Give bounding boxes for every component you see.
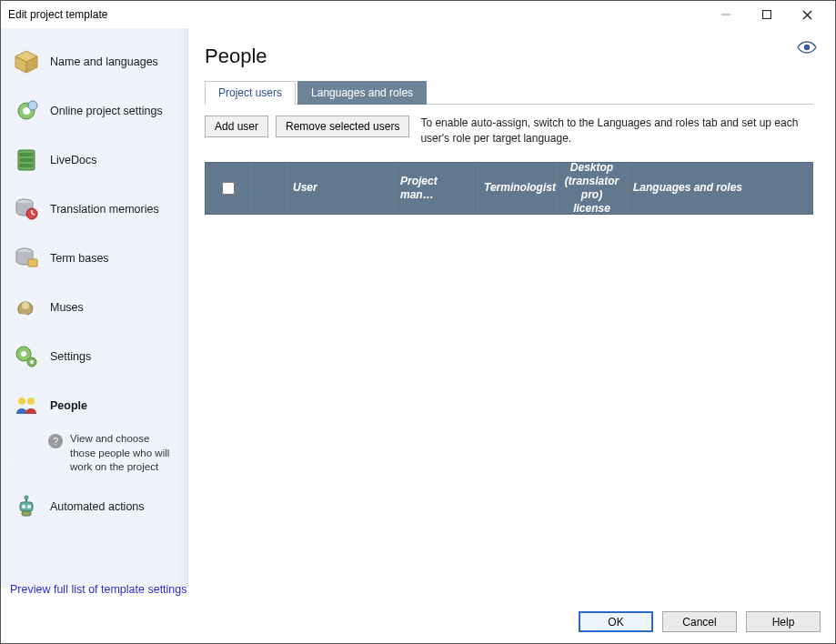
- preview-template-settings-link[interactable]: Preview full list of template settings: [10, 583, 187, 596]
- svg-line-17: [32, 214, 35, 215]
- minimize-button[interactable]: [705, 2, 746, 27]
- sidebar-item-term-bases[interactable]: Term bases: [1, 234, 187, 283]
- column-header-user[interactable]: User: [287, 163, 395, 214]
- tab-bar: Project users Languages and roles: [205, 81, 813, 105]
- auto-assign-hint: To enable auto-assign, switch to the Lan…: [417, 116, 813, 147]
- svg-point-26: [27, 397, 35, 405]
- svg-point-31: [25, 496, 28, 499]
- window-title: Edit project template: [8, 8, 705, 21]
- sidebar-item-label: Automated actions: [50, 500, 145, 513]
- database-book-icon: [12, 244, 41, 273]
- select-all-cell: [206, 163, 251, 214]
- preview-eye-icon[interactable]: [797, 41, 817, 56]
- database-clock-icon: [12, 195, 41, 224]
- svg-rect-11: [20, 153, 33, 156]
- column-header-terminologist[interactable]: Terminologist: [478, 163, 557, 214]
- svg-point-9: [28, 101, 37, 110]
- robot-icon: [12, 492, 41, 521]
- sidebar-item-label: Online project settings: [50, 105, 163, 117]
- tab-project-users[interactable]: Project users: [205, 81, 296, 105]
- sidebar-item-label: Name and languages: [50, 55, 158, 68]
- sidebar-item-label: Settings: [50, 350, 91, 363]
- sidebar-item-label: Muses: [50, 301, 84, 314]
- sidebar-item-label: People: [50, 399, 87, 412]
- gear-cloud-icon: [12, 96, 41, 126]
- sidebar-item-label: LiveDocs: [50, 154, 96, 166]
- remove-selected-users-button[interactable]: Remove selected users: [276, 116, 409, 137]
- sidebar-item-people[interactable]: People: [1, 381, 187, 430]
- sidebar-item-online-settings[interactable]: Online project settings: [1, 86, 187, 136]
- svg-rect-19: [28, 259, 37, 267]
- add-user-button[interactable]: Add user: [205, 116, 268, 137]
- select-all-checkbox[interactable]: [222, 182, 235, 195]
- svg-point-22: [21, 351, 26, 357]
- toolbar: Add user Remove selected users To enable…: [205, 116, 813, 147]
- svg-rect-13: [20, 164, 33, 167]
- sidebar-item-label: Term bases: [50, 252, 109, 265]
- main-panel: People Project users Languages and roles…: [188, 28, 835, 588]
- svg-rect-12: [20, 158, 33, 162]
- svg-point-20: [22, 302, 29, 309]
- page-title: People: [205, 45, 813, 68]
- svg-rect-1: [762, 11, 771, 19]
- window-titlebar: Edit project template: [1, 1, 835, 28]
- sidebar-item-people-description-row: ? View and choose those people who will …: [1, 430, 187, 482]
- column-header-desktop-license[interactable]: Desktop (translator pro) license: [557, 163, 628, 214]
- people-icon: [12, 391, 41, 420]
- svg-point-25: [18, 397, 25, 405]
- svg-point-29: [27, 505, 31, 508]
- users-table-header: User Project man… Terminologist Desktop …: [205, 162, 813, 215]
- footer-link-area: Preview full list of template settings: [10, 583, 187, 596]
- ok-button[interactable]: OK: [579, 611, 653, 632]
- sidebar-item-name-languages[interactable]: Name and languages: [1, 37, 187, 86]
- svg-point-28: [22, 505, 25, 508]
- help-hint-icon: ?: [48, 434, 63, 448]
- sidebar-item-translation-memories[interactable]: Translation memories: [1, 185, 187, 234]
- svg-point-24: [30, 360, 34, 364]
- column-header-languages-roles[interactable]: Languages and roles: [628, 163, 812, 214]
- sidebar: Name and languages Online project settin…: [1, 28, 188, 588]
- box-icon: [12, 47, 41, 76]
- sidebar-item-automated-actions[interactable]: Automated actions: [1, 482, 187, 531]
- sidebar-item-people-description: View and choose those people who will wo…: [70, 432, 176, 475]
- svg-rect-32: [22, 511, 31, 516]
- header-spacer: [251, 163, 287, 214]
- window-controls: [705, 2, 828, 27]
- sidebar-item-livedocs[interactable]: LiveDocs: [1, 136, 187, 185]
- help-button[interactable]: Help: [746, 611, 821, 632]
- gear-icon: [12, 342, 41, 371]
- maximize-button[interactable]: [746, 2, 787, 27]
- column-header-project-manager[interactable]: Project man…: [395, 163, 478, 214]
- cancel-button[interactable]: Cancel: [662, 611, 737, 632]
- dialog-button-bar: OK Cancel Help: [579, 611, 821, 632]
- sidebar-item-muses[interactable]: Muses: [1, 283, 187, 332]
- sidebar-item-label: Translation memories: [50, 203, 159, 216]
- tab-languages-roles[interactable]: Languages and roles: [297, 81, 427, 105]
- cabinet-icon: [12, 146, 41, 175]
- sidebar-item-settings[interactable]: Settings: [1, 332, 187, 381]
- muses-icon: [12, 293, 41, 322]
- close-button[interactable]: [787, 2, 828, 27]
- svg-point-33: [804, 45, 810, 50]
